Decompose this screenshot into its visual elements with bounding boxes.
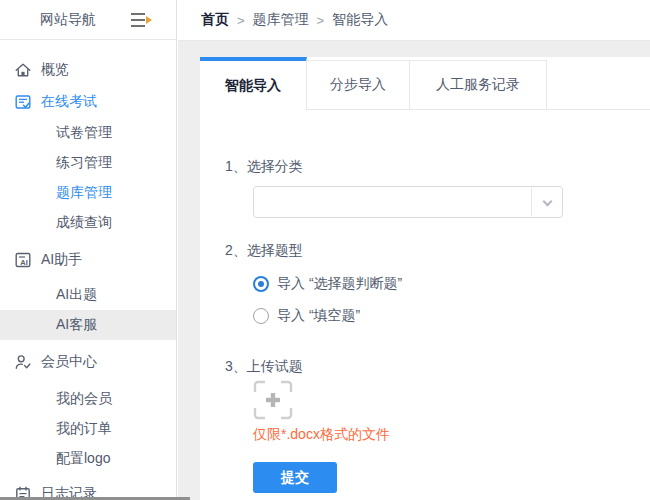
sidebar-item-label: 试卷管理 [56, 124, 112, 142]
sidebar-item-ai-question[interactable]: AI出题 [0, 280, 176, 310]
step2-label: 2、选择题型 [225, 240, 650, 260]
sidebar-item-ai-assistant[interactable]: AI AI助手 [0, 244, 176, 276]
category-select[interactable] [253, 186, 563, 218]
tab-step-import[interactable]: 分步导入 [307, 60, 410, 110]
sidebar-item-label: 配置logo [56, 450, 110, 468]
chevron-down-icon [543, 197, 553, 207]
sidebar-header: 网站导航 [0, 0, 176, 40]
tab-bar-filler [547, 60, 650, 110]
breadcrumb-smart-import: 智能导入 [332, 11, 388, 29]
home-icon [14, 61, 32, 79]
content-card: 智能导入 分步导入 人工服务记录 1、选择分类 2、选择题型 导入 “选择题判断… [200, 57, 650, 500]
tab-manual-service-record[interactable]: 人工服务记录 [410, 60, 547, 110]
radio-selected-icon [253, 276, 269, 292]
main-area: 首页 > 题库管理 > 智能导入 智能导入 分步导入 人工服务记录 1、选择分类 [178, 0, 650, 500]
sidebar-item-online-exam[interactable]: 在线考试 [0, 86, 176, 118]
upload-file-button[interactable] [253, 380, 293, 420]
breadcrumb-home[interactable]: 首页 [201, 11, 229, 29]
sidebar-item-label: 我的订单 [56, 420, 112, 438]
sidebar-menu: 概览 在线考试 试卷管理 练习管理 [0, 40, 176, 500]
member-icon [14, 353, 32, 371]
tab-bar: 智能导入 分步导入 人工服务记录 [200, 57, 650, 110]
sidebar: 网站导航 概览 [0, 0, 177, 500]
sidebar-item-score-query[interactable]: 成绩查询 [0, 208, 176, 238]
radio-option-fill-blank[interactable]: 导入 “填空题” [253, 306, 650, 326]
tab-smart-import[interactable]: 智能导入 [200, 57, 307, 110]
sidebar-item-label: 成绩查询 [56, 214, 112, 232]
sidebar-item-label: 在线考试 [41, 93, 97, 111]
radio-option-label: 导入 “选择题判断题” [277, 275, 402, 293]
sidebar-item-label: 我的会员 [56, 390, 112, 408]
sidebar-item-label: 概览 [41, 61, 69, 79]
sidebar-item-label: 会员中心 [41, 353, 97, 371]
sidebar-item-my-members[interactable]: 我的会员 [0, 384, 176, 414]
select-divider [531, 188, 532, 216]
breadcrumb-question-bank[interactable]: 题库管理 [253, 11, 309, 29]
sidebar-item-member-center[interactable]: 会员中心 [0, 346, 176, 378]
step3-label: 3、上传试题 [225, 356, 650, 376]
submit-button[interactable]: 提交 [253, 462, 337, 493]
app-window: 网站导航 概览 [0, 0, 650, 500]
radio-unselected-icon [253, 308, 269, 324]
sidebar-item-logo-config[interactable]: 配置logo [0, 444, 176, 474]
sidebar-item-label: AI助手 [41, 251, 82, 269]
sidebar-title: 网站导航 [40, 11, 96, 29]
sidebar-item-label: AI出题 [56, 286, 97, 304]
exam-list-icon [14, 93, 32, 111]
sidebar-item-overview[interactable]: 概览 [0, 54, 176, 86]
upload-format-hint: 仅限*.docx格式的文件 [253, 424, 650, 444]
sidebar-item-my-orders[interactable]: 我的订单 [0, 414, 176, 444]
breadcrumb-separator: > [237, 13, 245, 28]
import-form: 1、选择分类 2、选择题型 导入 “选择题判断题” 导入 “填空题” 3 [200, 110, 650, 493]
breadcrumb-separator: > [317, 13, 325, 28]
radio-option-label: 导入 “填空题” [277, 307, 360, 325]
sidebar-item-label: 题库管理 [56, 184, 112, 202]
upload-plus-icon [253, 407, 293, 423]
sidebar-item-label: 练习管理 [56, 154, 112, 172]
menu-collapse-icon[interactable] [131, 13, 152, 27]
sidebar-item-label: AI客服 [56, 316, 97, 334]
sidebar-item-ai-service[interactable]: AI客服 [0, 310, 176, 340]
step1-label: 1、选择分类 [225, 156, 650, 176]
svg-text:AI: AI [20, 258, 28, 267]
radio-option-choice-judgment[interactable]: 导入 “选择题判断题” [253, 274, 650, 294]
breadcrumb: 首页 > 题库管理 > 智能导入 [178, 0, 650, 41]
sidebar-item-question-bank[interactable]: 题库管理 [0, 178, 176, 208]
ai-document-icon: AI [14, 251, 32, 269]
sidebar-item-paper-management[interactable]: 试卷管理 [0, 118, 176, 148]
sidebar-item-practice-management[interactable]: 练习管理 [0, 148, 176, 178]
content-area: 智能导入 分步导入 人工服务记录 1、选择分类 2、选择题型 导入 “选择题判断… [178, 41, 650, 500]
